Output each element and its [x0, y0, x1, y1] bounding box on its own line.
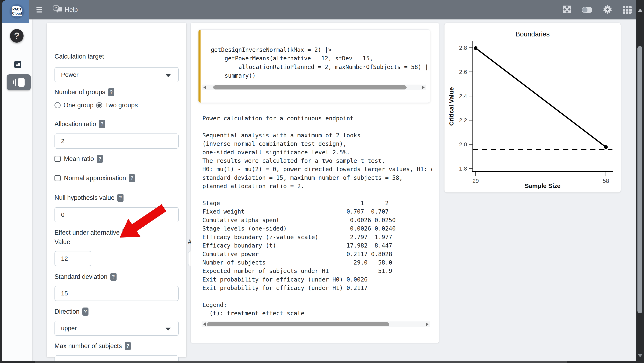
scroll-right-icon[interactable]: [426, 323, 428, 326]
user-avatar[interactable]: ?: [10, 29, 24, 42]
svg-text:?: ?: [55, 6, 57, 10]
sidebar-item-designs[interactable]: [14, 61, 21, 68]
r-code: getDesignInverseNormal(kMax = 2) |> getP…: [211, 46, 428, 80]
calculation-target-select[interactable]: Power: [54, 67, 178, 82]
svg-text:1.8: 1.8: [459, 165, 467, 172]
scroll-left-icon[interactable]: [203, 323, 206, 326]
app-page: PACT Cloud ? Help: [0, 0, 644, 363]
dark-mode-toggle[interactable]: [582, 7, 592, 13]
svg-text:2.2: 2.2: [459, 117, 467, 123]
boundaries-chart-card: Boundaries 1.82.02.22.42.62.82958Critica…: [444, 23, 621, 192]
help-badge-null-hypothesis[interactable]: ?: [117, 194, 124, 202]
scrollbar-thumb[interactable]: [638, 46, 642, 313]
calculation-target-label: Calculation target: [54, 53, 104, 60]
r-code-card: getDesignInverseNormal(kMax = 2) |> getP…: [198, 29, 430, 103]
scrollbar-thumb[interactable]: [35, 361, 568, 363]
scroll-down-icon[interactable]: [638, 354, 642, 357]
help-badge-direction[interactable]: ?: [82, 308, 88, 316]
apps-grid-icon[interactable]: [623, 6, 632, 14]
help-badge-allocation-ratio[interactable]: ?: [99, 120, 105, 128]
code-horizontal-scrollbar[interactable]: [202, 84, 426, 90]
logo-badge: PACT Cloud: [10, 4, 24, 18]
svg-text:Critical Value: Critical Value: [448, 87, 455, 126]
chevron-down-icon: [166, 74, 171, 77]
page-horizontal-scrollbar[interactable]: [0, 361, 636, 363]
chart-title: Boundaries: [444, 30, 621, 38]
sidebar-item-analysis-active[interactable]: [7, 74, 31, 90]
help-badge-standard-deviation[interactable]: ?: [110, 273, 116, 281]
output-horizontal-scrollbar[interactable]: [202, 322, 430, 327]
allocation-ratio-input[interactable]: [54, 133, 178, 149]
radio-icon: [96, 102, 102, 108]
scroll-up-icon[interactable]: [638, 8, 642, 12]
svg-text:58: 58: [602, 178, 609, 184]
help-button[interactable]: ? Help: [53, 5, 78, 14]
code-accent-bar: [198, 30, 200, 103]
radio-one-group[interactable]: One group: [54, 101, 94, 109]
direction-label: Direction ?: [54, 308, 88, 316]
calculation-target-value: Power: [61, 71, 78, 78]
svg-text:2.0: 2.0: [459, 141, 467, 148]
effect-under-alternative-label: Effect under alternative ?: [54, 229, 129, 237]
svg-text:2.4: 2.4: [459, 93, 467, 99]
normal-approximation-checkbox[interactable]: [54, 175, 61, 181]
null-hypothesis-input[interactable]: [54, 207, 178, 222]
r-output-text: Power calculation for a continuous endpo…: [202, 114, 432, 318]
help-badge-mean-ratio[interactable]: ?: [97, 155, 103, 163]
svg-text:Sample Size: Sample Size: [524, 182, 560, 189]
mean-ratio-row: Mean ratio ?: [54, 155, 103, 163]
mean-ratio-checkbox[interactable]: [54, 156, 61, 162]
scroll-right-icon[interactable]: [422, 86, 424, 89]
logo-text-1: PACT: [10, 7, 24, 11]
app-logo[interactable]: PACT Cloud: [2, 0, 29, 23]
help-badge-effect[interactable]: ?: [122, 229, 129, 237]
sidebar-divider: [5, 50, 29, 50]
help-badge-normal-approximation[interactable]: ?: [129, 174, 135, 182]
svg-text:2.8: 2.8: [459, 45, 467, 51]
panel-icon: [13, 80, 14, 84]
allocation-ratio-label: Allocation ratio ?: [54, 120, 105, 128]
parameters-panel: Calculation target Power Number of group…: [47, 23, 186, 357]
svg-text:2.6: 2.6: [459, 69, 467, 75]
fullscreen-icon[interactable]: [563, 5, 571, 14]
top-bar: [0, 0, 644, 19]
radio-icon: [54, 102, 61, 108]
normal-approximation-label: Normal approximation: [64, 174, 126, 182]
number-of-groups-radios: One group Two groups: [54, 101, 138, 109]
max-subjects-label: Max number of subjects ?: [54, 342, 131, 350]
normal-approximation-row: Normal approximation ?: [54, 174, 135, 182]
svg-text:29: 29: [472, 178, 479, 184]
help-bubbles-icon: ?: [53, 5, 62, 14]
help-badge-number-of-groups[interactable]: ?: [108, 88, 114, 96]
standard-deviation-label: Standard deviation ?: [54, 273, 116, 281]
radio-two-groups[interactable]: Two groups: [96, 101, 138, 109]
standard-deviation-input[interactable]: [54, 286, 178, 301]
help-badge-max-subjects[interactable]: ?: [125, 342, 131, 350]
topbar-actions: [563, 0, 632, 19]
scrollbar-thumb[interactable]: [213, 85, 406, 89]
number-of-groups-label: Number of groups ?: [54, 88, 114, 96]
null-hypothesis-label: Null hypothesis value ?: [54, 194, 124, 202]
boundaries-chart: 1.82.02.22.42.62.82958Critical ValueSamp…: [444, 23, 621, 192]
direction-select[interactable]: upper: [54, 321, 178, 336]
help-label: Help: [65, 6, 78, 13]
scroll-left-icon[interactable]: [204, 86, 206, 89]
chevron-down-icon: [166, 328, 171, 331]
window-left-edge: [0, 0, 2, 363]
results-panel: getDesignInverseNormal(kMax = 2) |> getP…: [191, 23, 439, 343]
effect-value-label: Value: [54, 238, 70, 246]
menu-icon[interactable]: [36, 7, 42, 13]
scrollbar-thumb[interactable]: [207, 322, 389, 326]
theme-sun-icon[interactable]: [603, 5, 612, 15]
effect-value-input[interactable]: [54, 251, 91, 266]
logo-text-2: Cloud: [10, 12, 24, 15]
toggle-knob: [582, 7, 588, 12]
icon-sidebar: ?: [2, 19, 32, 363]
page-vertical-scrollbar[interactable]: [636, 0, 644, 363]
mean-ratio-label: Mean ratio: [64, 155, 94, 163]
